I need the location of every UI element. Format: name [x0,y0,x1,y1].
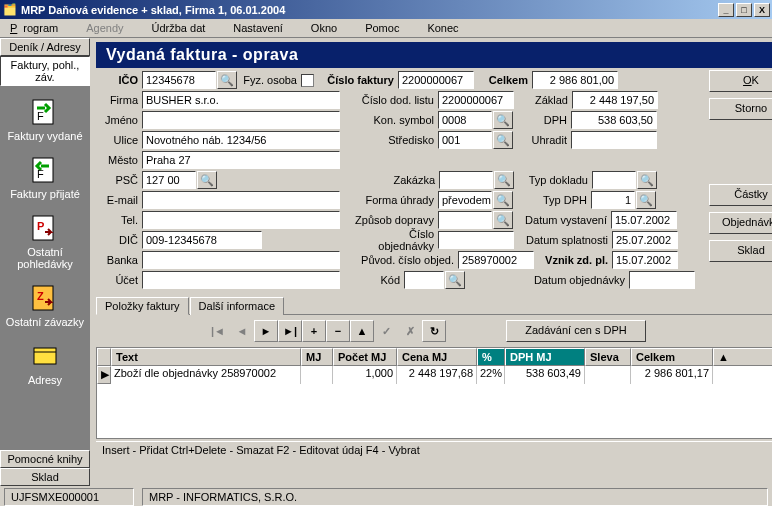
lookup-psc-button[interactable]: 🔍 [197,171,217,189]
menu-okno[interactable]: Okno [299,20,349,36]
cell-text[interactable]: Zboží dle objednávky 258970002 [111,366,301,384]
items-grid[interactable]: Text MJ Počet MJ Cena MJ % DPH MJ Sleva … [96,347,772,439]
grid-scroll-up[interactable]: ▲ [713,348,772,366]
lookup-kod-button[interactable]: 🔍 [445,271,465,289]
col-cena[interactable]: Cena MJ [397,348,477,366]
menu-program[interactable]: Program [4,20,70,36]
sidebar-item-zavazky[interactable]: Z Ostatní závazky [0,278,90,332]
input-email[interactable] [142,191,340,209]
input-dic[interactable]: 009-12345678 [142,231,262,249]
ok-button[interactable]: OOKK [709,70,772,92]
cell-celkem[interactable]: 2 986 801,17 [631,366,713,384]
menu-konec[interactable]: Konec [415,20,470,36]
lookup-konsymbol-button[interactable]: 🔍 [493,111,513,129]
zadavani-button[interactable]: Zadávání cen s DPH [506,320,646,342]
col-text[interactable]: Text [111,348,301,366]
storno-button[interactable]: Storno [709,98,772,120]
input-kod[interactable] [404,271,444,289]
app-icon: 🗂️ [2,2,18,18]
nav-confirm-button[interactable]: ✓ [374,320,398,342]
castky-button[interactable]: Částky [709,184,772,206]
input-firma[interactable]: BUSHER s.r.o. [142,91,340,109]
sidebar-tab-pomocne[interactable]: Pomocné knihy [0,450,90,468]
input-puvodobj[interactable]: 258970002 [458,251,534,269]
sidebar-item-adresy[interactable]: Adresy [0,336,90,390]
label-dph: DPH [513,114,571,126]
col-mj[interactable]: MJ [301,348,333,366]
nav-next-button[interactable]: ► [254,320,278,342]
tab-polozky[interactable]: Položky faktury [96,297,189,315]
label-formauhrady: Forma úhrady [354,194,438,206]
input-ucet[interactable] [142,271,340,289]
nav-first-button[interactable]: |◄ [206,320,230,342]
lookup-formauhrady-button[interactable]: 🔍 [493,191,513,209]
cell-dphmj[interactable]: 538 603,49 [505,366,585,384]
label-cislofaktury: Číslo faktury [314,74,398,86]
lookup-ico-button[interactable]: 🔍 [217,71,237,89]
lookup-zpusobdop-button[interactable]: 🔍 [493,211,513,229]
input-vznikzd[interactable]: 15.07.2002 [612,251,678,269]
checkbox-fyzosoba[interactable] [301,74,314,87]
lookup-stredisko-button[interactable]: 🔍 [493,131,513,149]
close-button[interactable]: X [754,3,770,17]
sidebar-tab-denik[interactable]: Deník / Adresy [0,38,90,56]
sidebar-item-faktury-prijate[interactable]: F Faktury přijaté [0,150,90,204]
sidebar-tab-sklad[interactable]: Sklad [0,468,90,486]
nav-cancel-button[interactable]: ✗ [398,320,422,342]
menu-agendy[interactable]: Agendy [74,20,135,36]
input-cislodod[interactable]: 2200000067 [438,91,514,109]
input-tel[interactable] [142,211,340,229]
minimize-button[interactable]: _ [718,3,734,17]
nav-remove-button[interactable]: − [326,320,350,342]
lookup-typdokladu-button[interactable]: 🔍 [637,171,657,189]
input-datobj[interactable] [629,271,695,289]
input-psc[interactable]: 127 00 [142,171,196,189]
input-ulice[interactable]: Novotného náb. 1234/56 [142,131,340,149]
input-zpusobdop[interactable] [438,211,492,229]
nav-prev-button[interactable]: ◄ [230,320,254,342]
input-stredisko[interactable]: 001 [438,131,492,149]
input-cislofaktury[interactable]: 2200000067 [398,71,474,89]
sidebar-item-pohledavky[interactable]: P Ostatní pohledávky [0,208,90,274]
input-typdph[interactable]: 1 [591,191,635,209]
menu-pomoc[interactable]: Pomoc [353,20,411,36]
maximize-button[interactable]: □ [736,3,752,17]
col-sleva[interactable]: Sleva [585,348,631,366]
input-datspl[interactable]: 25.07.2002 [612,231,678,249]
col-celkem[interactable]: Celkem [631,348,713,366]
input-zakazka[interactable] [439,171,493,189]
input-jmeno[interactable] [142,111,340,129]
input-cisloobj[interactable] [438,231,514,249]
nav-refresh-button[interactable]: ↻ [422,320,446,342]
tab-dalsi[interactable]: Další informace [190,297,284,315]
cell-sleva[interactable] [585,366,631,384]
lookup-zakazka-button[interactable]: 🔍 [494,171,514,189]
input-typdokladu[interactable] [592,171,636,189]
menu-udrzba[interactable]: Údržba dat [140,20,218,36]
sidebar-tab-faktury[interactable]: Faktury, pohl., záv. [0,56,90,86]
col-dphmj[interactable]: DPH MJ [505,348,585,366]
input-formauhrady[interactable]: převodem [438,191,492,209]
cell-pct[interactable]: 22% [477,366,505,384]
col-pct[interactable]: % [477,348,505,366]
input-ico[interactable]: 12345678 [142,71,216,89]
nav-last-button[interactable]: ►| [278,320,302,342]
input-banka[interactable] [142,251,340,269]
objednavky-button[interactable]: Objednávky [709,212,772,234]
cell-pocet[interactable]: 1,000 [333,366,397,384]
input-konsymbol[interactable]: 0008 [438,111,492,129]
cell-mj[interactable] [301,366,333,384]
input-mesto[interactable]: Praha 27 [142,151,340,169]
lookup-typdph-button[interactable]: 🔍 [636,191,656,209]
col-pocet[interactable]: Počet MJ [333,348,397,366]
sidebar-item-label: Ostatní pohledávky [0,246,90,270]
sidebar-item-faktury-vydane[interactable]: F Faktury vydané [0,92,90,146]
grid-row[interactable]: ▶ Zboží dle objednávky 258970002 1,000 2… [97,366,772,384]
label-uhradit: Uhradit [513,134,571,146]
cell-cena[interactable]: 2 448 197,68 [397,366,477,384]
nav-add-button[interactable]: + [302,320,326,342]
input-datvyst[interactable]: 15.07.2002 [611,211,677,229]
sklad-button[interactable]: Sklad [709,240,772,262]
nav-edit-button[interactable]: ▲ [350,320,374,342]
menu-nastaveni[interactable]: Nastavení [221,20,295,36]
